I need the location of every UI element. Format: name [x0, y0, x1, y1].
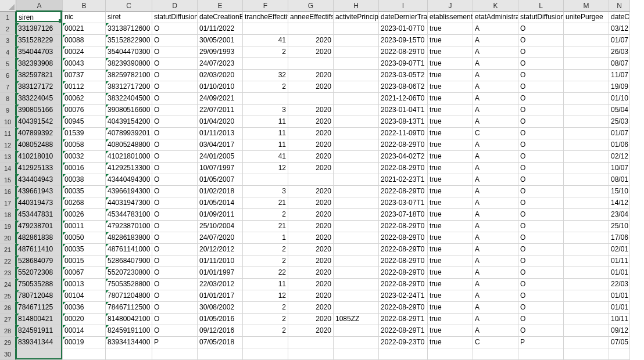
- row-header-22[interactable]: 22: [0, 255, 16, 267]
- cell[interactable]: 2020: [288, 81, 334, 93]
- cell[interactable]: 22/07/2011: [198, 105, 243, 116]
- cell[interactable]: O: [152, 35, 198, 46]
- cell[interactable]: O: [518, 290, 564, 302]
- cell[interactable]: O: [152, 279, 198, 290]
- cell[interactable]: true: [428, 23, 473, 35]
- cell[interactable]: 24/01/2005: [198, 151, 243, 163]
- cell[interactable]: 2022-08-29T0: [379, 186, 428, 197]
- cell[interactable]: 784671125: [16, 302, 63, 314]
- cell[interactable]: 11/07: [609, 70, 630, 81]
- cell[interactable]: true: [428, 128, 473, 139]
- cell[interactable]: [564, 290, 609, 302]
- cell[interactable]: true: [428, 105, 473, 116]
- cell[interactable]: 2020: [288, 221, 334, 232]
- cell[interactable]: [564, 244, 609, 255]
- cell[interactable]: A: [473, 232, 518, 244]
- cell[interactable]: 00035: [63, 186, 106, 197]
- cell[interactable]: 00067: [63, 267, 106, 279]
- column-header-B[interactable]: B: [63, 0, 106, 12]
- cell[interactable]: 38322404500: [106, 93, 152, 105]
- cell[interactable]: 434404943: [16, 174, 63, 186]
- cell[interactable]: 528684079: [16, 255, 63, 267]
- cell[interactable]: A: [473, 244, 518, 255]
- cell[interactable]: 1085ZZ: [334, 314, 379, 325]
- cell[interactable]: 3: [243, 105, 288, 116]
- cell[interactable]: [288, 348, 334, 360]
- cell[interactable]: O: [518, 279, 564, 290]
- cell[interactable]: 11: [243, 128, 288, 139]
- cell[interactable]: 780712048: [16, 290, 63, 302]
- cell[interactable]: 41292513300: [106, 163, 152, 174]
- cell[interactable]: 00062: [63, 93, 106, 105]
- cell[interactable]: 00088: [63, 35, 106, 46]
- cell[interactable]: 01/10: [609, 93, 630, 105]
- cell[interactable]: A: [473, 151, 518, 163]
- cell[interactable]: 2022-08-29T0: [379, 302, 428, 314]
- column-header-H[interactable]: H: [334, 0, 379, 12]
- column-header-I[interactable]: I: [379, 0, 428, 12]
- cell[interactable]: 21: [243, 221, 288, 232]
- cell[interactable]: 2022-08-29T0: [379, 221, 428, 232]
- cell[interactable]: [334, 279, 379, 290]
- cell[interactable]: true: [428, 35, 473, 46]
- cell[interactable]: A: [473, 221, 518, 232]
- cell[interactable]: 00104: [63, 290, 106, 302]
- cell[interactable]: 00016: [63, 163, 106, 174]
- cell[interactable]: 01/07: [609, 128, 630, 139]
- cell[interactable]: [243, 337, 288, 348]
- cell[interactable]: 552072308: [16, 267, 63, 279]
- cell[interactable]: A: [473, 81, 518, 93]
- cell[interactable]: 2022-08-29T0: [379, 244, 428, 255]
- cell[interactable]: 01/06: [609, 139, 630, 151]
- cell[interactable]: 00038: [63, 174, 106, 186]
- cell[interactable]: 75053528800: [106, 279, 152, 290]
- cell[interactable]: 10/11: [609, 314, 630, 325]
- cell[interactable]: O: [518, 23, 564, 35]
- cell[interactable]: 00020: [63, 314, 106, 325]
- cell[interactable]: 01/01: [609, 290, 630, 302]
- cell[interactable]: O: [152, 325, 198, 337]
- cell[interactable]: [564, 128, 609, 139]
- cell[interactable]: 00026: [63, 209, 106, 221]
- cell[interactable]: 24/07/2020: [198, 232, 243, 244]
- cell[interactable]: 2022-08-29T0: [379, 139, 428, 151]
- cell[interactable]: 02/01: [609, 244, 630, 255]
- cell[interactable]: 00058: [63, 139, 106, 151]
- cell[interactable]: O: [518, 81, 564, 93]
- cell[interactable]: A: [473, 290, 518, 302]
- cell[interactable]: 01/11/2013: [198, 128, 243, 139]
- cell[interactable]: 12: [243, 290, 288, 302]
- cell[interactable]: 2023-08-13T1: [379, 116, 428, 128]
- cell[interactable]: 2020: [288, 163, 334, 174]
- cell[interactable]: 2022-08-29T0: [379, 279, 428, 290]
- cell[interactable]: 2020: [288, 70, 334, 81]
- cell[interactable]: A: [473, 46, 518, 58]
- header-cell[interactable]: unitePurgee: [564, 12, 609, 23]
- cell[interactable]: 824591911: [16, 325, 63, 337]
- cell[interactable]: O: [518, 244, 564, 255]
- row-header-14[interactable]: 14: [0, 163, 16, 174]
- cell[interactable]: 41: [243, 35, 288, 46]
- cell[interactable]: 32: [243, 70, 288, 81]
- cell[interactable]: 38239390800: [106, 58, 152, 70]
- header-cell[interactable]: dateCreationEtablissement: [198, 12, 243, 23]
- cell[interactable]: 331387126: [16, 23, 63, 35]
- cell[interactable]: 2022-09-23T0: [379, 337, 428, 348]
- cell[interactable]: 3: [243, 186, 288, 197]
- cell[interactable]: 17/06: [609, 232, 630, 244]
- cell[interactable]: 01/01/1997: [198, 267, 243, 279]
- cell[interactable]: 03/12: [609, 23, 630, 35]
- cell[interactable]: 482861838: [16, 232, 63, 244]
- cell[interactable]: 2022-08-29T0: [379, 267, 428, 279]
- row-header-21[interactable]: 21: [0, 244, 16, 255]
- cell[interactable]: O: [518, 267, 564, 279]
- cell[interactable]: [288, 337, 334, 348]
- cell[interactable]: 39080516600: [106, 105, 152, 116]
- cell[interactable]: 15/10: [609, 186, 630, 197]
- row-header-17[interactable]: 17: [0, 197, 16, 209]
- cell[interactable]: O: [152, 81, 198, 93]
- cell[interactable]: [243, 348, 288, 360]
- cell[interactable]: true: [428, 46, 473, 58]
- cell[interactable]: 2023-03-05T2: [379, 70, 428, 81]
- cell[interactable]: true: [428, 255, 473, 267]
